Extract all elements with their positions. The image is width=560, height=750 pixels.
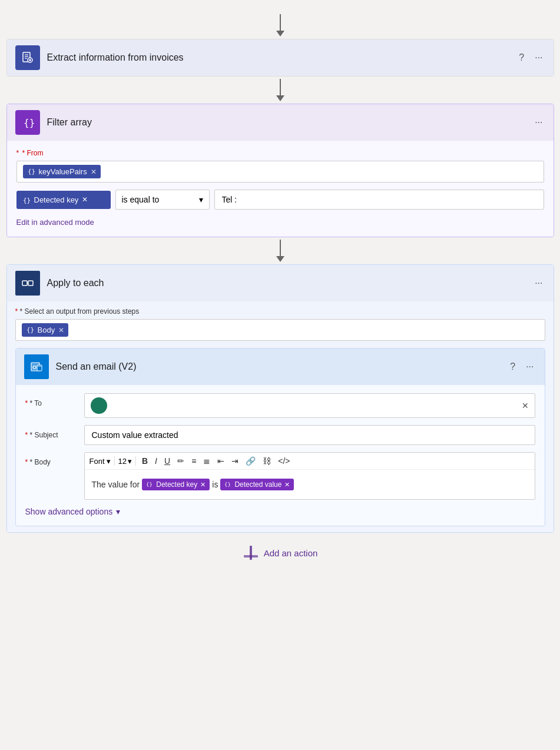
svg-text:{}: {} — [24, 117, 34, 128]
svg-rect-8 — [22, 281, 27, 286]
svg-rect-9 — [28, 281, 33, 286]
bold-button[interactable]: B — [140, 455, 150, 467]
extract-card-title: Extract information from invoices — [47, 52, 517, 63]
filter-more-button[interactable]: ··· — [532, 116, 545, 129]
filter-card: {} Filter array ··· * * From {} — [6, 104, 554, 237]
font-label: Font — [90, 457, 105, 466]
to-field[interactable]: ✕ — [84, 393, 535, 418]
top-arrow — [276, 14, 284, 36]
extract-help-button[interactable]: ? — [516, 51, 526, 64]
filter-card-actions: ··· — [532, 116, 545, 129]
filter-card-title: Filter array — [47, 117, 533, 128]
body-row: * * Body Font ▾ 12 — [25, 452, 535, 500]
extract-card-actions: ? ··· — [516, 51, 545, 64]
subject-label: * * Subject — [25, 425, 84, 439]
arrow-2 — [276, 240, 284, 262]
apply-card-title: Apply to each — [47, 278, 533, 288]
decrease-indent-button[interactable]: ⇤ — [215, 455, 227, 467]
from-input[interactable]: {} keyValuePairs ✕ — [16, 161, 544, 182]
svg-text:{}: {} — [23, 197, 31, 204]
condition-token-close[interactable]: ✕ — [82, 195, 88, 204]
email-help-button[interactable]: ? — [508, 360, 518, 373]
condition-token-label: Detected key — [34, 195, 79, 204]
list-button[interactable]: ≡ — [189, 455, 198, 467]
svg-rect-19 — [250, 546, 252, 560]
toolbar-divider-2 — [135, 456, 136, 466]
arrow-1 — [276, 79, 284, 101]
output-token-chip: {} Body ✕ — [22, 323, 69, 337]
from-token-label: keyValuePairs — [39, 167, 87, 176]
increase-indent-button[interactable]: ⇥ — [229, 455, 241, 467]
svg-text:{}: {} — [26, 326, 34, 333]
from-label: * * From — [16, 149, 544, 157]
subject-input[interactable] — [84, 425, 535, 445]
filter-card-header: {} Filter array ··· — [7, 104, 554, 141]
svg-rect-20 — [244, 555, 258, 557]
font-size-select[interactable]: 12 ▾ — [118, 457, 132, 466]
pen-button[interactable]: ✏ — [175, 455, 187, 467]
add-action-icon — [243, 545, 259, 561]
output-chip-icon: {} — [26, 325, 34, 335]
to-label: * * To — [25, 393, 84, 407]
body-content[interactable]: The value for {} Detected key ✕ — [85, 470, 535, 499]
font-chevron-icon: ▾ — [107, 457, 111, 466]
condition-left-token: {} Detected key ✕ — [16, 191, 111, 209]
numbered-list-button[interactable]: ≣ — [201, 455, 213, 467]
underline-button[interactable]: U — [162, 455, 173, 467]
condition-value-input[interactable] — [214, 190, 544, 210]
font-select[interactable]: Font ▾ — [90, 457, 111, 466]
svg-text:{}: {} — [146, 482, 153, 487]
italic-button[interactable]: I — [153, 455, 160, 467]
svg-text:{}: {} — [28, 168, 35, 175]
font-size-chevron-icon: ▾ — [128, 457, 132, 466]
detected-key-label-1: Detected key — [156, 480, 197, 489]
email-card-title: Send an email (V2) — [56, 361, 508, 372]
apply-card-body: * * Select an output from previous steps… — [7, 301, 554, 532]
extract-card: Extract information from invoices ? ··· — [6, 39, 554, 77]
body-rte[interactable]: Font ▾ 12 ▾ B I — [84, 452, 535, 500]
extract-more-button[interactable]: ··· — [532, 51, 545, 64]
detected-key-close-1[interactable]: ✕ — [200, 481, 206, 489]
filter-condition-row: {} Detected key ✕ is equal to ▾ — [16, 190, 544, 210]
output-token-input[interactable]: {} Body ✕ — [15, 319, 545, 341]
link-button[interactable]: 🔗 — [243, 455, 258, 467]
email-card: O Send an email (V2) ? ··· — [15, 348, 545, 526]
detected-key-token-1: {} Detected key ✕ — [142, 479, 210, 490]
body-label: * * Body — [25, 452, 84, 466]
from-chip-icon: {} — [27, 167, 35, 177]
output-token-close[interactable]: ✕ — [58, 326, 64, 334]
apply-more-button[interactable]: ··· — [532, 277, 545, 290]
extract-card-icon — [15, 45, 40, 70]
unlink-button[interactable]: ⛓ — [260, 455, 273, 467]
condition-operator-label: is equal to — [122, 195, 160, 204]
rte-toolbar: Font ▾ 12 ▾ B I — [85, 453, 535, 470]
show-advanced-options[interactable]: Show advanced options ▾ — [25, 507, 535, 516]
to-close-button[interactable]: ✕ — [522, 401, 529, 410]
from-token-close[interactable]: ✕ — [91, 168, 97, 176]
email-more-button[interactable]: ··· — [523, 360, 536, 373]
to-row: * * To ✕ — [25, 393, 535, 418]
detected-value-token: {} Detected value ✕ — [220, 479, 294, 490]
email-card-header: O Send an email (V2) ? ··· — [16, 349, 545, 385]
add-action-label: Add an action — [264, 548, 318, 558]
apply-card-header: Apply to each ··· — [7, 265, 554, 301]
email-card-body: * * To ✕ * * Subject — [16, 385, 545, 526]
select-output-label: * * Select an output from previous steps — [15, 307, 545, 316]
condition-operator-select[interactable]: is equal to ▾ — [115, 190, 210, 210]
apply-card: Apply to each ··· * * Select an output f… — [6, 264, 554, 533]
body-mid-text: is — [212, 480, 218, 489]
svg-rect-14 — [37, 365, 42, 371]
apply-card-actions: ··· — [532, 277, 545, 290]
svg-text:{}: {} — [224, 482, 231, 487]
edit-advanced-link[interactable]: Edit in advanced mode — [16, 218, 94, 227]
from-token-chip: {} keyValuePairs ✕ — [23, 165, 101, 178]
extract-card-header: Extract information from invoices ? ··· — [7, 39, 554, 76]
output-token-label: Body — [38, 326, 55, 334]
detected-value-close[interactable]: ✕ — [284, 481, 290, 489]
subject-row: * * Subject — [25, 425, 535, 445]
show-advanced-chevron-icon: ▾ — [116, 507, 120, 516]
body-prefix-text: The value for — [92, 480, 140, 489]
html-button[interactable]: </> — [276, 455, 292, 467]
avatar — [91, 397, 107, 414]
add-action-row[interactable]: Add an action — [243, 545, 318, 561]
